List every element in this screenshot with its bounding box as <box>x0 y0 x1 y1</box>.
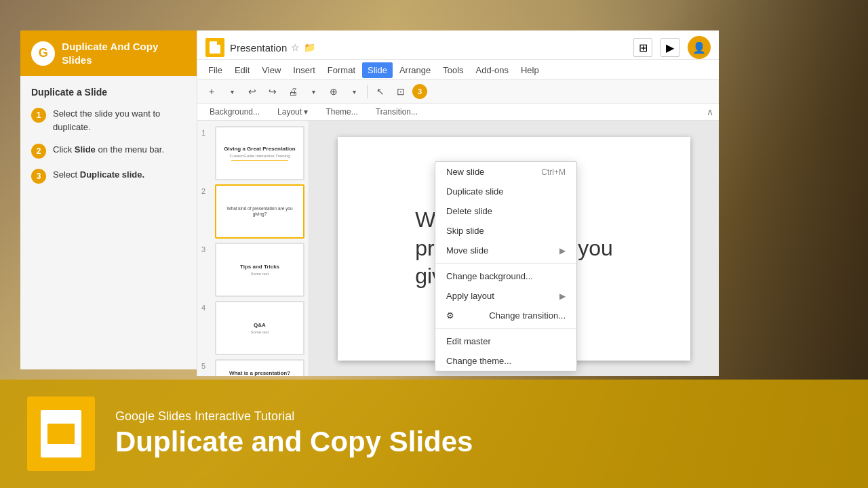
dropdown-item-label: Change background... <box>446 271 533 281</box>
menu-view[interactable]: View <box>256 62 286 78</box>
cursor-btn[interactable]: ↖ <box>372 83 389 100</box>
dropdown-change-theme[interactable]: Change theme... <box>435 351 576 371</box>
sidebar-step-3: 3 Select Duplicate slide. <box>31 168 189 184</box>
slide-number-1: 1 <box>201 129 211 137</box>
toolbar-step-badge: 3 <box>412 84 427 99</box>
dropdown-change-bg[interactable]: Change background... <box>435 266 576 286</box>
step-text-2: Click Slide on the menu bar. <box>53 143 164 157</box>
slide-thumb-4[interactable]: Q&A Some text <box>215 301 304 355</box>
dropdown-shortcut-new: Ctrl+M <box>541 167 566 177</box>
sidebar-step-1: 1 Select the slide you want to duplicate… <box>31 107 189 134</box>
canvas-area: What kind ofpresentation are yougiving? … <box>309 121 719 376</box>
banner-title: Duplicate and Copy Slides <box>115 426 841 458</box>
dropdown-edit-master[interactable]: Edit master <box>435 331 576 351</box>
slide-3-title: Tips and Tricks <box>240 264 279 270</box>
sidebar-step-2: 2 Click Slide on the menu bar. <box>31 143 189 159</box>
slide-4-title: Q&A <box>254 322 266 329</box>
sidebar-section-title: Duplicate a Slide <box>31 87 189 98</box>
present-btn-2[interactable]: ▶ <box>660 38 679 57</box>
slide-thumb-1[interactable]: Giving a Great Presentation CustomGuide … <box>215 126 304 180</box>
slide-number-3: 3 <box>201 245 211 253</box>
menu-arrange[interactable]: Arrange <box>394 62 436 78</box>
menu-slide[interactable]: Slide <box>362 62 393 78</box>
slide-number-5: 5 <box>201 362 211 370</box>
user-avatar[interactable]: 👤 <box>688 36 711 59</box>
collapse-btn[interactable]: ∧ <box>707 106 713 117</box>
slide-1-line <box>231 160 288 161</box>
slides-app: Presentation ☆ 📁 ⊞ ▶ 👤 File Edit View In… <box>197 30 719 376</box>
workspace-top-bar: Background... Layout ▾ Theme... Transiti… <box>197 104 719 121</box>
dropdown-item-label: Change theme... <box>446 356 511 366</box>
slide-number-2: 2 <box>201 187 211 195</box>
slides-logo-icon <box>41 410 81 458</box>
zoom-dropdown[interactable]: ▾ <box>345 83 363 100</box>
banner-text: Google Slides Interactive Tutorial Dupli… <box>115 409 841 458</box>
submenu-arrow-2: ▶ <box>559 291 566 301</box>
dropdown-move-slide[interactable]: Move slide ▶ <box>435 241 576 260</box>
title-info: Presentation ☆ 📁 <box>230 42 315 54</box>
undo-btn[interactable]: ↩ <box>243 83 261 100</box>
theme-btn[interactable]: Theme... <box>319 106 364 118</box>
dropdown-item-label: Skip slide <box>446 226 484 236</box>
banner-icon-box <box>27 396 95 471</box>
dropdown-item-label: Apply layout <box>446 291 494 301</box>
add-dropdown-btn[interactable]: ▾ <box>223 83 241 100</box>
submenu-arrow: ▶ <box>559 246 566 256</box>
slide-thumb-3[interactable]: Tips and Tricks Some text <box>215 243 304 297</box>
dropdown-skip-slide[interactable]: Skip slide <box>435 221 576 241</box>
menu-edit[interactable]: Edit <box>229 62 255 78</box>
logo-text: G <box>39 46 48 60</box>
slide-4-sub: Some text <box>250 330 269 334</box>
slide-1-title: Giving a Great Presentation <box>224 146 295 152</box>
dropdown-duplicate-slide[interactable]: Duplicate slide <box>435 182 576 201</box>
slide-dropdown-menu: New slide Ctrl+M Duplicate slide Delete … <box>435 161 577 371</box>
slide-number-4: 4 <box>201 304 211 312</box>
doc-title: Presentation <box>230 42 287 54</box>
dropdown-delete-slide[interactable]: Delete slide <box>435 201 576 221</box>
step-badge-1: 1 <box>31 108 46 123</box>
folder-icon[interactable]: 📁 <box>304 42 315 53</box>
app-icon <box>205 38 224 57</box>
dropdown-change-transition[interactable]: ⚙ Change transition... <box>435 306 576 325</box>
menu-file[interactable]: File <box>203 62 228 78</box>
menu-tools[interactable]: Tools <box>437 62 469 78</box>
star-icon[interactable]: ☆ <box>291 42 300 53</box>
sidebar-header: G Duplicate And Copy Slides <box>20 30 199 76</box>
slide-thumb-2[interactable]: What kind of presentation are you giving… <box>215 184 304 239</box>
list-item: 4 Q&A Some text <box>201 301 304 355</box>
slides-logo-inner <box>47 424 75 444</box>
dropdown-item-label: Edit master <box>446 336 491 346</box>
transition-btn[interactable]: Transition... <box>369 106 425 118</box>
dropdown-new-slide[interactable]: New slide Ctrl+M <box>435 162 576 182</box>
print-btn[interactable]: 🖨 <box>284 83 302 100</box>
menu-format[interactable]: Format <box>322 62 361 78</box>
slide-panel: 1 Giving a Great Presentation CustomGuid… <box>197 121 309 376</box>
list-item: 3 Tips and Tricks Some text <box>201 243 304 297</box>
sidebar-logo: G <box>31 41 55 66</box>
sidebar: G Duplicate And Copy Slides Duplicate a … <box>20 30 200 369</box>
dropdown-sep-2 <box>435 328 576 329</box>
menu-addons[interactable]: Add-ons <box>471 62 514 78</box>
text-btn[interactable]: ⊡ <box>392 83 410 100</box>
zoom-btn[interactable]: ⊕ <box>325 83 342 100</box>
slide-3-sub: Some text <box>250 272 269 276</box>
slide-2-body: What kind of presentation are you giving… <box>219 205 300 219</box>
transition-icon: ⚙ <box>446 310 454 321</box>
present-button[interactable]: ⊞ <box>633 38 652 57</box>
menu-insert[interactable]: Insert <box>288 62 321 78</box>
list-item: 1 Giving a Great Presentation CustomGuid… <box>201 126 304 180</box>
redo-btn[interactable]: ↪ <box>264 83 281 100</box>
slides-icon <box>210 41 220 54</box>
layout-btn[interactable]: Layout ▾ <box>271 106 315 118</box>
add-slide-btn[interactable]: + <box>203 83 220 100</box>
dropdown-item-label: Delete slide <box>446 206 492 216</box>
menu-help[interactable]: Help <box>515 62 545 78</box>
paint-btn[interactable]: ▾ <box>304 83 322 100</box>
banner-subtitle: Google Slides Interactive Tutorial <box>115 409 841 424</box>
background-btn[interactable]: Background... <box>203 106 267 118</box>
dropdown-item-label: Change transition... <box>489 310 566 321</box>
menu-bar: File Edit View Insert Format Slide Arran… <box>197 60 719 79</box>
workspace: 1 Giving a Great Presentation CustomGuid… <box>197 121 719 376</box>
dropdown-apply-layout[interactable]: Apply layout ▶ <box>435 286 576 306</box>
dropdown-item-label: Duplicate slide <box>446 186 504 197</box>
